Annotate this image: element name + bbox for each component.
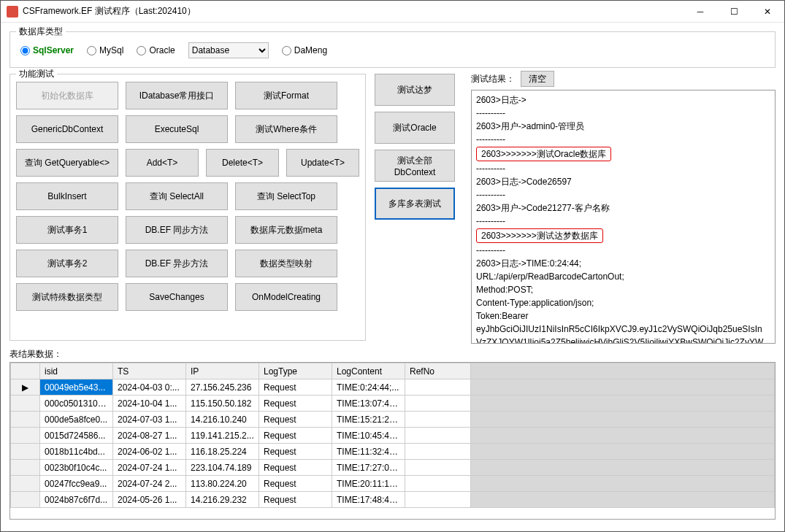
test-tx2-button[interactable]: 测试事务2 bbox=[16, 250, 118, 277]
table-cell[interactable]: TIME:11:32:46... bbox=[332, 444, 405, 460]
radio-sqlserver-input[interactable] bbox=[20, 46, 30, 55]
column-header[interactable]: IP bbox=[186, 363, 259, 379]
test-dameng-button[interactable]: 测试达梦 bbox=[375, 74, 455, 106]
type-map-button[interactable]: 数据类型映射 bbox=[235, 250, 337, 277]
table-cell[interactable]: 2024-07-03 1... bbox=[113, 412, 186, 428]
ef-async-button[interactable]: DB.EF 异步方法 bbox=[126, 250, 228, 277]
clear-button[interactable]: 清空 bbox=[521, 71, 554, 87]
database-select[interactable]: Database bbox=[188, 42, 269, 58]
table-cell[interactable] bbox=[405, 476, 471, 492]
test-where-button[interactable]: 测试Where条件 bbox=[235, 115, 337, 143]
table-cell[interactable]: 113.80.224.20 bbox=[186, 476, 259, 492]
on-model-creating-button[interactable]: OnModelCreating bbox=[235, 283, 337, 311]
table-cell[interactable]: 115.150.50.182 bbox=[186, 396, 259, 412]
table-cell[interactable]: TIME:0:24:44;... bbox=[332, 379, 405, 396]
table-cell[interactable] bbox=[405, 444, 471, 460]
table-cell[interactable]: 2024-10-04 1... bbox=[113, 396, 186, 412]
table-cell[interactable]: 14.216.29.232 bbox=[186, 492, 259, 508]
delete-t-button[interactable]: Delete<T> bbox=[206, 149, 279, 177]
column-header[interactable]: isid bbox=[40, 363, 113, 379]
column-header[interactable]: RefNo bbox=[405, 363, 471, 379]
table-cell[interactable]: 223.104.74.189 bbox=[186, 460, 259, 476]
save-changes-button[interactable]: SaveChanges bbox=[126, 283, 228, 311]
results-grid[interactable]: isidTSIPLogTypeLogContentRefNo ▶00049eb5… bbox=[9, 362, 776, 520]
table-cell[interactable]: Request bbox=[259, 412, 332, 428]
table-cell[interactable]: 2024-08-27 1... bbox=[113, 428, 186, 444]
table-cell[interactable]: 116.18.25.224 bbox=[186, 444, 259, 460]
column-header[interactable]: LogType bbox=[259, 363, 332, 379]
table-cell[interactable]: Request bbox=[259, 444, 332, 460]
table-cell[interactable]: Request bbox=[259, 460, 332, 476]
table-cell[interactable]: 00049eb5e43... bbox=[40, 379, 113, 396]
table-cell[interactable]: 2024-07-24 1... bbox=[113, 460, 186, 476]
radio-sqlserver[interactable]: SqlServer bbox=[20, 45, 74, 55]
table-cell[interactable]: Request bbox=[259, 476, 332, 492]
ef-sync-button[interactable]: DB.EF 同步方法 bbox=[126, 216, 228, 244]
radio-oracle[interactable]: Oracle bbox=[137, 45, 175, 55]
test-format-button[interactable]: 测试Format bbox=[235, 82, 337, 109]
close-button[interactable]: ✕ bbox=[751, 1, 784, 23]
table-cell[interactable]: Request bbox=[259, 379, 332, 396]
radio-mysql[interactable]: MySql bbox=[87, 45, 123, 55]
table-cell[interactable]: 000de5a8fce0... bbox=[40, 412, 113, 428]
execute-sql-button[interactable]: ExecuteSql bbox=[126, 115, 228, 143]
init-db-button[interactable]: 初始化数据库 bbox=[16, 82, 118, 109]
table-cell[interactable]: 27.156.245.236 bbox=[186, 379, 259, 396]
table-cell[interactable]: 14.216.10.240 bbox=[186, 412, 259, 428]
special-types-button[interactable]: 测试特殊数据类型 bbox=[16, 283, 118, 311]
select-all-button[interactable]: 查询 SelectAll bbox=[126, 182, 228, 210]
table-cell[interactable]: Request bbox=[259, 428, 332, 444]
radio-oracle-input[interactable] bbox=[137, 46, 146, 55]
get-queryable-button[interactable]: 查询 GetQueryable<> bbox=[16, 149, 118, 177]
table-row[interactable]: ▶00049eb5e43...2024-04-03 0:...27.156.24… bbox=[11, 379, 775, 396]
table-cell[interactable]: 2024-04-03 0:... bbox=[113, 379, 186, 396]
multi-db-table-button[interactable]: 多库多表测试 bbox=[375, 188, 455, 220]
table-cell[interactable] bbox=[405, 396, 471, 412]
table-cell[interactable]: TIME:15:21:27... bbox=[332, 412, 405, 428]
column-header[interactable]: LogContent bbox=[332, 363, 405, 379]
bulk-insert-button[interactable]: BulkInsert bbox=[16, 182, 118, 210]
test-tx1-button[interactable]: 测试事务1 bbox=[16, 216, 118, 244]
table-cell[interactable] bbox=[405, 460, 471, 476]
table-cell[interactable]: Request bbox=[259, 396, 332, 412]
table-cell[interactable]: TIME:17:27:05... bbox=[332, 460, 405, 476]
select-top-button[interactable]: 查询 SelectTop bbox=[235, 182, 337, 210]
table-row[interactable]: 00247fcc9ea9...2024-07-24 2...113.80.224… bbox=[11, 476, 775, 492]
table-row[interactable]: 000c0501310c...2024-10-04 1...115.150.50… bbox=[11, 396, 775, 412]
table-cell[interactable]: 119.141.215.2... bbox=[186, 428, 259, 444]
table-cell[interactable]: 2024-06-02 1... bbox=[113, 444, 186, 460]
add-t-button[interactable]: Add<T> bbox=[126, 149, 199, 177]
table-cell[interactable]: TIME:20:11:19... bbox=[332, 476, 405, 492]
table-cell[interactable]: TIME:13:07:40... bbox=[332, 396, 405, 412]
table-cell[interactable] bbox=[405, 379, 471, 396]
idatabase-button[interactable]: IDatabase常用接口 bbox=[126, 82, 228, 109]
test-oracle-button[interactable]: 测试Oracle bbox=[375, 112, 455, 144]
db-meta-button[interactable]: 数据库元数据meta bbox=[235, 216, 337, 244]
table-row[interactable]: 0018b11c4bd...2024-06-02 1...116.18.25.2… bbox=[11, 444, 775, 460]
table-cell[interactable]: 2024-07-24 2... bbox=[113, 476, 186, 492]
minimize-button[interactable]: ─ bbox=[683, 1, 717, 23]
table-cell[interactable]: 0015d724586... bbox=[40, 428, 113, 444]
table-cell[interactable]: 0024b87c6f7d... bbox=[40, 492, 113, 508]
table-row[interactable]: 000de5a8fce0...2024-07-03 1...14.216.10.… bbox=[11, 412, 775, 428]
table-row[interactable]: 0024b87c6f7d...2024-05-26 1...14.216.29.… bbox=[11, 492, 775, 508]
table-cell[interactable]: 00247fcc9ea9... bbox=[40, 476, 113, 492]
table-cell[interactable] bbox=[405, 428, 471, 444]
radio-dameng-input[interactable] bbox=[282, 46, 291, 55]
table-cell[interactable] bbox=[405, 492, 471, 508]
table-cell[interactable]: TIME:10:45:41... bbox=[332, 428, 405, 444]
table-cell[interactable]: 0018b11c4bd... bbox=[40, 444, 113, 460]
generic-ctx-button[interactable]: GenericDbContext bbox=[16, 115, 118, 143]
radio-dameng[interactable]: DaMeng bbox=[282, 45, 327, 55]
table-cell[interactable] bbox=[405, 412, 471, 428]
table-cell[interactable]: Request bbox=[259, 492, 332, 508]
table-cell[interactable]: TIME:17:48:47... bbox=[332, 492, 405, 508]
maximize-button[interactable]: ☐ bbox=[717, 1, 751, 23]
table-cell[interactable]: 000c0501310c... bbox=[40, 396, 113, 412]
column-header[interactable]: TS bbox=[113, 363, 186, 379]
radio-mysql-input[interactable] bbox=[87, 46, 96, 55]
results-textbox[interactable]: 2603>日志->----------2603>用户->admin0-管理员--… bbox=[471, 90, 776, 344]
test-all-ctx-button[interactable]: 测试全部DbContext bbox=[375, 150, 455, 182]
update-t-button[interactable]: Update<T> bbox=[286, 149, 359, 177]
table-cell[interactable]: 2024-05-26 1... bbox=[113, 492, 186, 508]
